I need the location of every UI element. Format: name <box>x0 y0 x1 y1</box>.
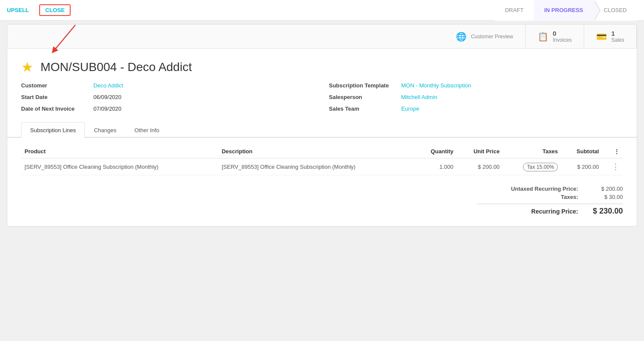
form-right: Subscription Template MON - Monthly Subs… <box>329 82 623 112</box>
close-button[interactable]: CLOSE <box>39 4 71 16</box>
favorite-star-icon[interactable]: ★ <box>21 59 34 75</box>
next-invoice-value: 07/09/2020 <box>93 105 121 112</box>
field-subscription-template: Subscription Template MON - Monthly Subs… <box>329 82 623 89</box>
totals-section: Untaxed Recurring Price: $ 200.00 Taxes:… <box>7 182 637 226</box>
field-next-invoice: Date of Next Invoice 07/09/2020 <box>21 105 315 112</box>
col-taxes: Taxes <box>503 145 561 158</box>
sales-team-label: Sales Team <box>329 105 398 112</box>
customer-preview-label: Customer Preview <box>471 34 513 40</box>
top-bar-left: UPSELL CLOSE <box>7 4 71 16</box>
more-options-icon[interactable]: ⋮ <box>612 162 619 171</box>
main-wrapper: 🌐 Customer Preview 📋 0 Invoices 💳 1 Sale… <box>0 21 644 230</box>
cell-quantity: 1.000 <box>415 158 457 175</box>
cell-product: [SERV_89553] Office Cleaning Subscriptio… <box>21 158 218 175</box>
field-sales-team: Sales Team Europe <box>329 105 623 112</box>
tab-changes[interactable]: Changes <box>85 122 125 138</box>
recurring-value: $ 230.00 <box>588 207 623 216</box>
col-description: Description <box>218 145 415 158</box>
invoices-label: Invoices <box>553 37 572 43</box>
table-row: [SERV_89553] Office Cleaning Subscriptio… <box>21 158 623 175</box>
cell-description: [SERV_89553] Office Cleaning Subscriptio… <box>218 158 415 175</box>
start-date-label: Start Date <box>21 94 90 100</box>
form-left: Customer Deco Addict Start Date 06/09/20… <box>21 82 315 112</box>
customer-value[interactable]: Deco Addict <box>93 82 123 89</box>
tabs-bar: Subscription Lines Changes Other Info <box>7 122 637 138</box>
recurring-label: Recurring Price: <box>477 208 578 215</box>
status-draft[interactable]: DRAFT <box>495 0 534 21</box>
content-card: 🌐 Customer Preview 📋 0 Invoices 💳 1 Sale… <box>7 24 637 226</box>
status-in-progress[interactable]: IN PROGRESS <box>534 0 593 21</box>
cell-subtotal: $ 200.00 <box>561 158 602 175</box>
status-bar: DRAFT IN PROGRESS CLOSED <box>495 0 637 21</box>
col-more: ⋮ <box>602 145 623 158</box>
col-quantity: Quantity <box>415 145 457 158</box>
upsell-button[interactable]: UPSELL <box>7 7 29 13</box>
status-closed-label: CLOSED <box>604 7 627 13</box>
tab-other-info[interactable]: Other Info <box>125 122 168 138</box>
form-section: Customer Deco Addict Start Date 06/09/20… <box>7 82 637 119</box>
col-product: Product <box>21 145 218 158</box>
untaxed-row: Untaxed Recurring Price: $ 200.00 <box>477 186 623 192</box>
customer-preview-stat[interactable]: 🌐 Customer Preview <box>444 25 526 48</box>
start-date-value: 06/09/2020 <box>93 94 121 100</box>
sales-icon: 💳 <box>596 31 607 42</box>
salesperson-label: Salesperson <box>329 94 398 100</box>
taxes-total-value: $ 30.00 <box>588 194 623 200</box>
tab-subscription-lines[interactable]: Subscription Lines <box>21 122 85 138</box>
field-customer: Customer Deco Addict <box>21 82 315 89</box>
sales-count: 1 <box>611 30 624 37</box>
globe-icon: 🌐 <box>456 31 467 42</box>
field-salesperson: Salesperson Mitchell Admin <box>329 94 623 100</box>
recurring-row: Recurring Price: $ 230.00 <box>477 204 623 216</box>
untaxed-label: Untaxed Recurring Price: <box>477 186 578 192</box>
sales-team-value[interactable]: Europe <box>401 105 419 112</box>
top-bar: UPSELL CLOSE DRAFT IN PROGRESS CLOSED <box>0 0 644 21</box>
taxes-row: Taxes: $ 30.00 <box>477 194 623 200</box>
tax-badge: Tax 15.00% <box>523 163 558 171</box>
untaxed-value: $ 200.00 <box>588 186 623 192</box>
cell-more-action[interactable]: ⋮ <box>602 158 623 175</box>
status-draft-label: DRAFT <box>505 7 523 13</box>
cell-unit-price: $ 200.00 <box>457 158 503 175</box>
next-invoice-label: Date of Next Invoice <box>21 105 90 112</box>
field-start-date: Start Date 06/09/2020 <box>21 94 315 100</box>
record-header: ★ MON/SUB004 - Deco Addict <box>7 49 637 82</box>
col-unit-price: Unit Price <box>457 145 503 158</box>
col-subtotal: Subtotal <box>561 145 602 158</box>
subscription-lines-table: Product Description Quantity Unit Price … <box>21 145 623 175</box>
status-in-progress-label: IN PROGRESS <box>544 7 583 13</box>
taxes-total-label: Taxes: <box>477 194 578 200</box>
cell-taxes: Tax 15.00% <box>503 158 561 175</box>
subscription-template-label: Subscription Template <box>329 82 398 89</box>
customer-label: Customer <box>21 82 90 89</box>
invoice-icon: 📋 <box>538 31 548 42</box>
table-section: Product Description Quantity Unit Price … <box>7 138 637 182</box>
invoices-count: 0 <box>553 30 572 37</box>
subscription-template-value[interactable]: MON - Monthly Subscription <box>401 82 471 89</box>
record-title: MON/SUB004 - Deco Addict <box>40 60 192 74</box>
stat-bar: 🌐 Customer Preview 📋 0 Invoices 💳 1 Sale… <box>7 25 637 49</box>
invoices-stat[interactable]: 📋 0 Invoices <box>526 25 584 48</box>
sales-stat[interactable]: 💳 1 Sales <box>584 25 637 48</box>
salesperson-value[interactable]: Mitchell Admin <box>401 94 437 100</box>
sales-label: Sales <box>611 37 624 43</box>
